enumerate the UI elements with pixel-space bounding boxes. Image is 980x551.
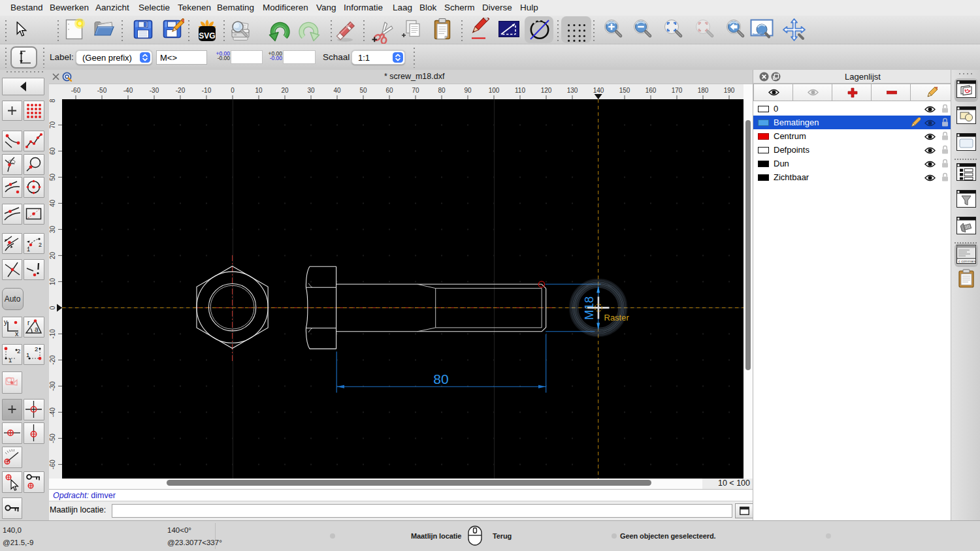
svg-text:2: 2 [39, 242, 42, 248]
svg-text:170: 170 [672, 87, 683, 94]
svg-text:50: 50 [359, 87, 367, 94]
svg-text:-20: -20 [49, 355, 56, 365]
svg-text:0: 0 [231, 87, 235, 94]
svg-text:40: 40 [49, 199, 56, 207]
svg-text:20: 20 [49, 251, 56, 259]
svg-text:180: 180 [698, 87, 709, 94]
svg-text:-50: -50 [97, 87, 107, 94]
svg-text:80: 80 [49, 99, 56, 102]
svg-text:y: y [4, 318, 8, 326]
svg-text:40: 40 [333, 87, 341, 94]
svg-text:-20: -20 [176, 87, 186, 94]
svg-text:-50: -50 [49, 433, 56, 443]
svg-text:-60: -60 [71, 87, 81, 94]
svg-text:110: 110 [515, 87, 525, 94]
svg-text:-60: -60 [49, 460, 56, 469]
svg-text:a: a [35, 326, 39, 333]
svg-text:-10: -10 [202, 87, 212, 94]
svg-text:SVG: SVG [199, 31, 215, 40]
svg-text:2: 2 [35, 345, 38, 353]
svg-text:1: 1 [26, 351, 29, 358]
svg-text:60: 60 [49, 147, 56, 155]
svg-text:10: 10 [49, 277, 56, 285]
svg-text:-10: -10 [49, 329, 56, 339]
svg-text:80: 80 [433, 371, 448, 386]
svg-text:60: 60 [385, 87, 393, 94]
svg-text:30: 30 [307, 87, 315, 94]
svg-text:1: 1 [8, 356, 12, 364]
svg-text:70: 70 [412, 87, 419, 94]
svg-text:100: 100 [489, 87, 500, 94]
svg-text:150: 150 [619, 87, 630, 94]
svg-text:120: 120 [541, 87, 552, 94]
svg-text:-30: -30 [49, 381, 56, 391]
svg-text:80: 80 [438, 87, 446, 94]
svg-text:-30: -30 [150, 87, 159, 94]
svg-text:1: 1 [27, 246, 30, 253]
svg-text:30: 30 [49, 225, 56, 233]
svg-text:50: 50 [49, 173, 56, 181]
svg-text:x: x [15, 330, 19, 337]
svg-text:Raster: Raster [604, 313, 630, 323]
svg-text:90: 90 [464, 87, 472, 94]
svg-text:10: 10 [255, 87, 263, 94]
svg-text:70: 70 [49, 121, 56, 129]
svg-text:130: 130 [567, 87, 578, 94]
svg-text:-40: -40 [123, 87, 133, 94]
svg-text:2: 2 [17, 347, 20, 354]
svg-text:20: 20 [281, 87, 289, 94]
svg-text:160: 160 [645, 87, 657, 94]
svg-text:0: 0 [49, 306, 56, 309]
svg-text:c command: c command [958, 259, 976, 263]
svg-text:190: 190 [724, 87, 735, 94]
svg-text:-40: -40 [49, 407, 56, 417]
svg-text:140: 140 [593, 87, 604, 94]
svg-text:r: r [27, 319, 30, 326]
